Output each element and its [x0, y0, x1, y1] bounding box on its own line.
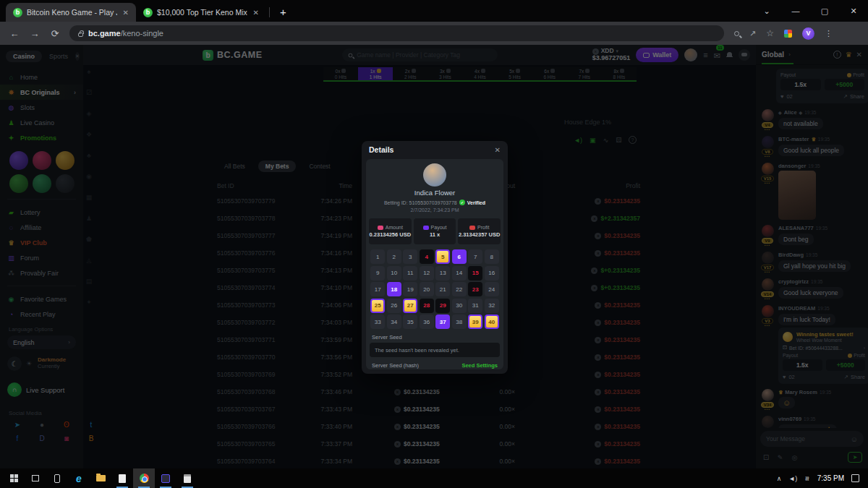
extensions-puzzle-icon[interactable]: [784, 30, 792, 38]
keno-cell-default: 14: [452, 266, 467, 281]
clock[interactable]: 7:35 PM: [817, 474, 844, 482]
lock-icon: [78, 33, 83, 37]
browser-tabstrip: b Bitcoin Keno Game - Play Jacks o ✕ b $…: [0, 0, 868, 22]
tab-title: Bitcoin Keno Game - Play Jacks o: [27, 8, 117, 17]
browser-menu-icon[interactable]: ⋮: [825, 29, 833, 38]
keno-cell-selected: 37: [435, 314, 450, 329]
keno-cell-hit: 40: [485, 314, 499, 329]
keno-cell-default: 31: [468, 299, 482, 313]
keno-cell-selected: 6: [452, 249, 467, 264]
reload-button[interactable]: ⟳: [45, 28, 65, 39]
address-bar[interactable]: bc.game/keno-single: [69, 25, 724, 41]
player-name: Indica Flower: [369, 189, 501, 197]
keno-cell-drawn: 28: [420, 299, 434, 313]
system-tray: ∧ ◄) ≋ 7:35 PM: [777, 474, 868, 482]
calculator-taskbar-icon[interactable]: [176, 468, 198, 488]
document-app-taskbar-icon[interactable]: [111, 468, 133, 488]
keno-cell-drawn: 15: [468, 266, 482, 281]
keno-cell-default: 30: [452, 299, 467, 313]
stat-card-amount: Amount0.23134256 USD: [369, 218, 412, 244]
keno-cell-default: 12: [420, 266, 434, 281]
modal-close-icon[interactable]: ✕: [495, 146, 501, 154]
url-domain: bc.game: [88, 29, 121, 38]
zoom-icon[interactable]: [734, 31, 739, 36]
browser-tab-1[interactable]: b Bitcoin Keno Game - Play Jacks o ✕: [6, 3, 136, 22]
keno-cell-default: 8: [485, 249, 499, 264]
url-path: /keno-single: [121, 29, 163, 38]
keno-cell-default: 3: [403, 249, 417, 264]
modal-body: Indica Flower Betting ID: 51055307039703…: [366, 159, 503, 369]
keno-cell-default: 34: [387, 314, 401, 329]
share-icon[interactable]: ↗: [749, 29, 756, 38]
server-seed-value: The seed hasn't been revealed yet.: [370, 343, 500, 357]
keno-cell-default: 32: [485, 299, 499, 313]
stat-label-row: Amount: [378, 225, 403, 230]
tab-title: $10,000 Top Tier Keno Mixed Cha: [157, 8, 247, 17]
action-center-icon[interactable]: [851, 474, 859, 482]
media-app-taskbar-icon[interactable]: [155, 468, 176, 488]
tab-close-icon[interactable]: ✕: [122, 9, 130, 17]
stat-label: Amount: [386, 225, 403, 230]
back-button[interactable]: ←: [4, 28, 25, 39]
file-explorer-taskbar-icon[interactable]: [90, 468, 111, 488]
url-text: bc.game/keno-single: [88, 29, 163, 38]
webpage: Casino Sports ✕ ⌂Home✸BC Originals›◍Slot…: [0, 45, 868, 468]
keno-cell-hit: 39: [468, 314, 482, 329]
stat-value: 0.23134256 USD: [370, 231, 412, 238]
minimize-button[interactable]: —: [781, 7, 810, 15]
browser-toolbar: ← → ⟳ bc.game/keno-single ↗ ☆ V ⋮: [0, 22, 868, 45]
betting-id: Betting ID: 51055307039703778: [384, 200, 457, 205]
red-money-icon: [469, 226, 475, 230]
close-button[interactable]: ✕: [839, 7, 868, 16]
forward-button[interactable]: →: [25, 28, 45, 39]
keno-cell-hit: 5: [435, 249, 450, 264]
windows-taskbar: e ∧ ◄) ≋ 7:35 PM: [0, 468, 868, 488]
bcgame-favicon: b: [143, 8, 153, 17]
server-seed-hash-label: Server Seed (hash): [372, 362, 419, 369]
keno-cell-default: 26: [387, 299, 401, 313]
keno-cell-default: 1: [370, 249, 385, 264]
edge-taskbar-icon[interactable]: e: [68, 468, 90, 488]
tray-chevron-icon[interactable]: ∧: [777, 475, 782, 482]
network-icon[interactable]: ≋: [804, 476, 811, 481]
chrome-taskbar-icon[interactable]: [133, 468, 155, 488]
bet-datetime: 2/7/2022, 7:34:23 PM: [369, 207, 501, 213]
task-view-taskbar-icon[interactable]: [25, 468, 46, 488]
phone-taskbar-icon[interactable]: [46, 468, 68, 488]
keno-cell-default: 20: [420, 282, 434, 296]
tab-close-icon[interactable]: ✕: [252, 9, 260, 17]
seed-settings-link[interactable]: Seed Settings: [461, 362, 498, 369]
stat-label-row: Profit: [469, 225, 489, 230]
stat-card-payout: Payout11 x: [414, 218, 456, 244]
volume-icon[interactable]: ◄): [788, 475, 797, 482]
start-taskbar-icon[interactable]: [3, 468, 25, 488]
keno-cell-default: 7: [468, 249, 482, 264]
keno-cell-default: 38: [452, 314, 467, 329]
verified-shield-icon: ✔: [459, 200, 465, 205]
new-tab-button[interactable]: +: [280, 6, 286, 18]
bookmark-star-icon[interactable]: ☆: [766, 28, 774, 38]
browser-profile-avatar[interactable]: V: [802, 27, 814, 40]
server-seed-label: Server Seed: [372, 334, 501, 341]
tab-search-icon[interactable]: ⌄: [752, 7, 781, 16]
stat-label-row: Payout: [423, 225, 447, 230]
stat-value: 2.31342357 USD: [459, 231, 501, 238]
browser-tab-2[interactable]: b $10,000 Top Tier Keno Mixed Cha ✕: [136, 3, 266, 22]
modal-title: Details: [369, 145, 393, 154]
stat-card-profit: Profit2.31342357 USD: [458, 218, 501, 244]
keno-cell-drawn: 4: [420, 249, 434, 264]
maximize-button[interactable]: ▢: [810, 7, 839, 16]
keno-cell-default: 10: [387, 266, 401, 281]
keno-cell-default: 11: [403, 266, 417, 281]
keno-cell-hit: 27: [403, 299, 417, 313]
keno-cell-default: 17: [370, 282, 385, 296]
keno-cell-default: 35: [403, 314, 417, 329]
keno-cell-default: 2: [387, 249, 401, 264]
keno-cell-default: 13: [435, 266, 450, 281]
bet-stat-cards: Amount0.23134256 USDPayout11 xProfit2.31…: [369, 218, 501, 244]
keno-cell-default: 36: [420, 314, 434, 329]
keno-cell-default: 16: [485, 266, 499, 281]
screen: b Bitcoin Keno Game - Play Jacks o ✕ b $…: [0, 0, 868, 488]
stat-value: 11 x: [430, 231, 440, 238]
keno-cell-default: 9: [370, 266, 385, 281]
